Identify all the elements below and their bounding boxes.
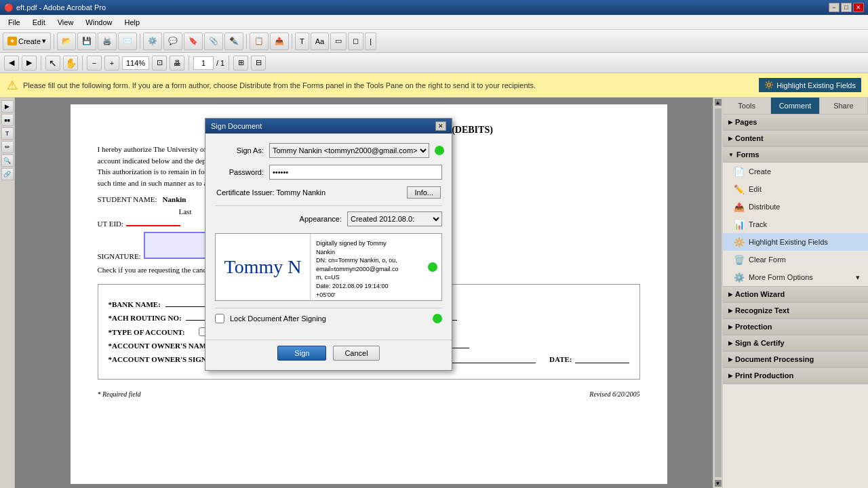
left-tool-4[interactable]: ✏ <box>1 141 14 153</box>
sidebar-item-edit[interactable]: ✏️ Edit <box>723 180 868 198</box>
sign-button[interactable]: ✒️ <box>224 33 243 50</box>
toolbar-separator-2 <box>140 34 140 49</box>
signature-text: Tommy N <box>224 256 302 278</box>
fit-width-button[interactable]: ⊞ <box>233 56 248 70</box>
print-production-expand-icon: ▶ <box>728 373 732 379</box>
close-button[interactable]: ✕ <box>853 3 864 12</box>
cursor-button[interactable]: | <box>365 33 376 50</box>
font-button[interactable]: T <box>295 33 309 50</box>
toolbar-separator-3 <box>246 34 247 49</box>
recognize-text-section: ▶ Recognize Text <box>723 303 868 319</box>
minimize-button[interactable]: − <box>829 3 840 12</box>
dialog-title-bar: Sign Document ✕ <box>205 119 452 134</box>
left-tool-6[interactable]: 🔗 <box>1 168 14 180</box>
sidebar-item-create[interactable]: 📄 Create <box>723 163 868 180</box>
forward-button[interactable]: ▶ <box>22 56 37 70</box>
tab-comment[interactable]: Comment <box>771 98 819 114</box>
tools-button[interactable]: ⚙️ <box>143 33 162 50</box>
pdf-viewer: AUTHORIZATION AGREEMENT FOR A... NTS (DE… <box>15 98 722 488</box>
document-processing-expand-icon: ▶ <box>728 357 732 363</box>
sign-as-row: Sign As: Tommy Nankin <tommyn2000@gmail.… <box>215 143 442 158</box>
page-number-input[interactable] <box>193 56 214 70</box>
recognize-text-expand-icon: ▶ <box>728 308 732 314</box>
warning-icon: ⚠ <box>7 78 18 93</box>
menu-view[interactable]: View <box>52 17 79 28</box>
back-button[interactable]: ◀ <box>4 56 19 70</box>
stamp-button[interactable]: 🔖 <box>184 33 203 50</box>
sidebar-item-distribute[interactable]: 📤 Distribute <box>723 198 868 216</box>
more-options-icon: ⚙️ <box>734 272 745 283</box>
track-item-label: Track <box>749 220 767 228</box>
action-wizard-expand-icon: ▶ <box>728 291 732 298</box>
zoom-input[interactable] <box>122 56 149 70</box>
dialog-divider-2 <box>215 308 442 308</box>
left-tool-3[interactable]: T <box>1 127 14 140</box>
sign-submit-button[interactable]: Sign <box>277 346 326 361</box>
dialog-close-button[interactable]: ✕ <box>435 121 446 131</box>
forms-section-header[interactable]: ▼ Forms <box>723 147 868 163</box>
hand-button[interactable]: ✋ <box>63 56 78 70</box>
left-tool-5[interactable]: 🔍 <box>1 155 14 167</box>
create-button[interactable]: ✦ Create ▾ <box>3 33 51 50</box>
document-processing-section: ▶ Document Processing <box>723 352 868 368</box>
email-button[interactable]: ✉️ <box>118 33 137 50</box>
comment-button[interactable]: 💬 <box>163 33 182 50</box>
maximize-button[interactable]: □ <box>841 3 852 12</box>
action-wizard-header[interactable]: ▶ Action Wizard <box>723 287 868 302</box>
format-button[interactable]: Aa <box>311 33 329 50</box>
highlight-fields-button[interactable]: 🔆 Highlight Existing Fields <box>759 78 861 92</box>
menu-edit[interactable]: Edit <box>27 17 51 28</box>
fit-page-button[interactable]: ⊡ <box>152 56 167 70</box>
create-icon: 📄 <box>734 166 745 177</box>
sidebar-item-more-options[interactable]: ⚙️ More Form Options ▾ <box>723 268 868 286</box>
protection-header[interactable]: ▶ Protection <box>723 319 868 335</box>
menu-file[interactable]: File <box>3 17 26 28</box>
edit-item-label: Edit <box>749 185 762 193</box>
form-button[interactable]: 📋 <box>250 33 269 50</box>
zoom-out-button[interactable]: − <box>87 56 102 70</box>
print-button[interactable]: 🖨️ <box>98 33 117 50</box>
tab-share[interactable]: Share <box>820 98 868 114</box>
zoom-in-button[interactable]: + <box>104 56 119 70</box>
left-tool-1[interactable]: ▶ <box>1 100 14 113</box>
sidebar-item-highlight[interactable]: 🔆 Highlight Existing Fields <box>723 233 868 251</box>
sidebar-item-clear-form[interactable]: 🗑️ Clear Form <box>723 251 868 268</box>
fit-height-button[interactable]: ⊟ <box>251 56 266 70</box>
lock-checkbox[interactable] <box>215 314 224 323</box>
print-production-header[interactable]: ▶ Print Production <box>723 368 868 384</box>
appearance-select[interactable]: Created 2012.08.0: <box>347 211 442 226</box>
title-bar: 🔴 eft.pdf - Adobe Acrobat Pro − □ ✕ <box>0 0 868 15</box>
app-icon: 🔴 <box>4 3 14 12</box>
track-icon: 📊 <box>734 219 745 230</box>
box-button[interactable]: ▭ <box>330 33 347 50</box>
recognize-text-header[interactable]: ▶ Recognize Text <box>723 303 868 319</box>
action-wizard-section: ▶ Action Wizard <box>723 287 868 303</box>
sign-certify-header[interactable]: ▶ Sign & Certify <box>723 336 868 351</box>
page-up-button[interactable]: 🖶 <box>170 56 184 70</box>
select-button[interactable]: ↖ <box>45 56 60 70</box>
password-input[interactable] <box>269 165 442 180</box>
dialog-overlay: Sign Document ✕ Sign As: Tommy Nankin <t… <box>15 98 722 488</box>
left-tool-2[interactable]: ■■ <box>1 114 14 126</box>
toolbar: ✦ Create ▾ 📂 💾 🖨️ ✉️ ⚙️ 💬 🔖 📎 ✒️ 📋 📤 T A… <box>0 30 868 53</box>
tab-tools[interactable]: Tools <box>723 98 771 114</box>
distribute-button[interactable]: 📤 <box>270 33 289 50</box>
pages-section-header[interactable]: ▶ Pages <box>723 115 868 130</box>
menu-help[interactable]: Help <box>119 17 145 28</box>
attach-button[interactable]: 📎 <box>204 33 223 50</box>
create-arrow: ▾ <box>42 37 46 45</box>
sign-as-select[interactable]: Tommy Nankin <tommyn2000@gmail.com> <box>269 143 429 158</box>
open-button[interactable]: 📂 <box>57 33 76 50</box>
sidebar-item-track[interactable]: 📊 Track <box>723 216 868 233</box>
distribute-icon: 📤 <box>734 201 745 212</box>
info-button[interactable]: Info... <box>407 186 441 199</box>
document-processing-header[interactable]: ▶ Document Processing <box>723 352 868 367</box>
cancel-button[interactable]: Cancel <box>333 346 379 361</box>
shape-button[interactable]: ◻ <box>348 33 363 50</box>
menu-window[interactable]: Window <box>80 17 117 28</box>
content-section-header[interactable]: ▶ Content <box>723 131 868 146</box>
sidebar-tabs: Tools Comment Share <box>723 98 868 115</box>
clear-form-icon: 🗑️ <box>734 254 745 265</box>
save-button[interactable]: 💾 <box>77 33 96 50</box>
main-area: ▶ ■■ T ✏ 🔍 🔗 AUTHORIZATION AGREEMENT FOR… <box>0 98 868 488</box>
